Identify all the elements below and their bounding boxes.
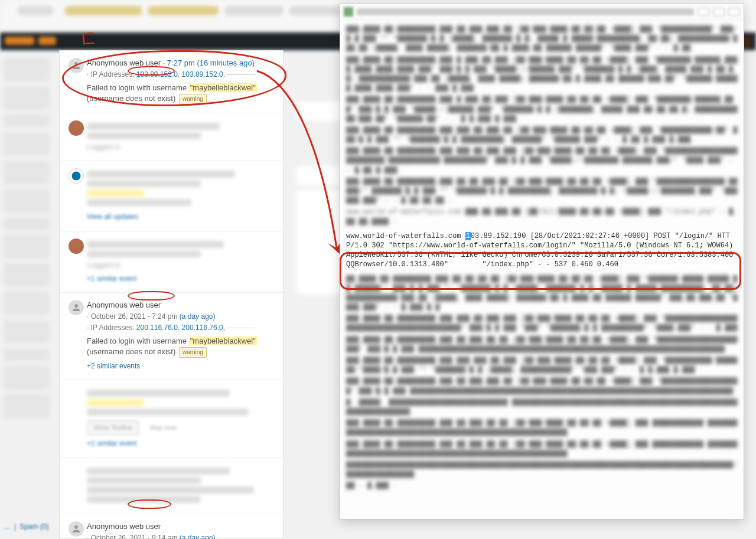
- entry-highlight: "maybelleblackwel": [189, 337, 257, 345]
- entry-date: October 26, 2021 - 7:24 pm: [91, 312, 180, 321]
- skip-button[interactable]: Skip now: [144, 421, 182, 435]
- entry-msg-pre: Failed to login with username: [87, 337, 189, 345]
- ip-label: IP Addresses:: [91, 70, 135, 79]
- window-titlebar[interactable]: [340, 4, 744, 20]
- ip-label: IP Addresses:: [91, 324, 135, 332]
- entry-user: Anonymous web user: [87, 58, 161, 67]
- log-entry-blurred: Show ToolbarSkip now +1 similar event: [60, 380, 283, 458]
- activity-feed: Anonymous web user · 7:27 pm (16 minutes…: [59, 50, 284, 539]
- show-toolbar-button[interactable]: Show Toolbar: [87, 420, 139, 435]
- bottom-links-blur: …|Spam (0): [0, 519, 52, 534]
- log-entry-blurred: Logged in +1 similar event: [60, 231, 283, 292]
- ip-link[interactable]: 200.116.76.0: [136, 324, 178, 332]
- similar-events-link[interactable]: +2 similar events: [87, 361, 140, 371]
- log-entry: Anonymous web user · 7:27 pm (16 minutes…: [60, 51, 283, 113]
- entry-msg-post: (username does not exist): [87, 347, 178, 356]
- anon-avatar-icon: [69, 300, 84, 315]
- similar-events-link[interactable]: +1 similar event: [87, 439, 136, 449]
- log-text-area[interactable]: ███.████-██-█████████.███ ██.███.███.██ …: [340, 20, 744, 500]
- minimize-button[interactable]: [698, 8, 709, 16]
- entry-time-link[interactable]: 7:27 pm (16 minutes ago): [167, 58, 255, 67]
- ip-link[interactable]: 103.89.152.0: [182, 70, 223, 79]
- view-updates-link[interactable]: View all updates: [87, 212, 138, 222]
- user-avatar-icon: [69, 239, 84, 254]
- entry-msg-pre: Failed to login with username: [87, 83, 189, 92]
- log-entry-blurred: Logged in: [60, 113, 283, 161]
- wordpress-icon: [69, 168, 84, 184]
- selected-char: 1: [465, 232, 471, 240]
- annotation-mark: [82, 32, 94, 44]
- close-button[interactable]: [728, 8, 740, 16]
- entry-date: October 26, 2021 - 9:14 am: [91, 534, 180, 539]
- entry-user: Anonymous web user: [87, 300, 161, 309]
- user-avatar-icon: [69, 120, 84, 136]
- entry-user: Anonymous web user: [87, 522, 161, 531]
- entry-time-link[interactable]: (a day ago): [180, 534, 216, 539]
- wp-sidebar-blur: [0, 53, 53, 423]
- warning-badge: warning: [179, 94, 207, 104]
- maximize-button[interactable]: [713, 8, 725, 16]
- log-entry-blurred: [60, 458, 283, 514]
- app-icon: [344, 7, 353, 17]
- entry-time-link[interactable]: (a day ago): [180, 312, 216, 321]
- log-entry: Anonymous web user · October 26, 2021 - …: [60, 514, 283, 539]
- ip-link[interactable]: 200.116.76.0: [182, 324, 223, 332]
- log-entry-blurred: View all updates: [60, 161, 283, 230]
- entry-msg-post: (username does not exist): [87, 94, 178, 103]
- svg-point-0: [72, 172, 81, 181]
- anon-avatar-icon: [69, 58, 84, 73]
- entry-highlight: "maybelleblackwel": [189, 83, 257, 92]
- log-viewer-window: ███.████-██-█████████.███ ██.███.███.██ …: [340, 3, 744, 520]
- warning-badge: warning: [179, 347, 207, 358]
- anon-avatar-icon: [69, 521, 84, 537]
- ip-link[interactable]: 103.89.152.0: [136, 70, 178, 79]
- similar-events-link[interactable]: +1 similar event: [87, 274, 136, 284]
- log-entry: Anonymous web user · October 26, 2021 - …: [60, 292, 283, 380]
- highlighted-log-line: www.world-of-waterfalls.com 103.89.152.1…: [346, 231, 738, 270]
